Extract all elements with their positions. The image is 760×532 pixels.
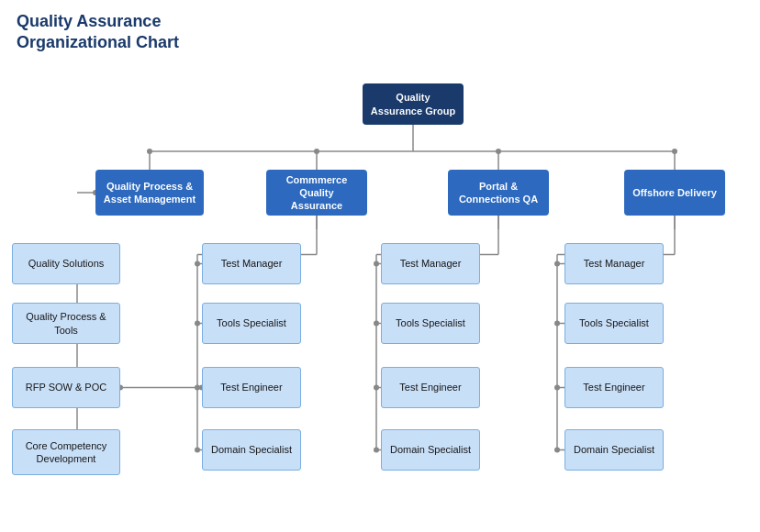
col2-head-node: Commmerce Quality Assurance — [266, 170, 367, 216]
col4-row4-node: Domain Specialist — [564, 429, 664, 471]
root-node: Quality Assurance Group — [363, 83, 464, 125]
svg-point-24 — [195, 261, 200, 267]
col1-row4-node: Core Competency Development — [12, 429, 120, 475]
svg-point-39 — [374, 321, 379, 327]
col2-row4-node: Domain Specialist — [202, 429, 301, 471]
svg-point-28 — [195, 385, 200, 391]
col4-head-node: Offshore Delivery — [624, 170, 725, 216]
svg-point-7 — [496, 149, 501, 154]
svg-point-52 — [554, 321, 560, 327]
col1-row2-node: Quality Process & Tools — [12, 303, 120, 344]
svg-point-43 — [374, 448, 379, 453]
svg-point-3 — [147, 149, 152, 154]
svg-point-9 — [672, 149, 677, 154]
col1-head-node: Quality Process & Asset Management — [95, 170, 204, 216]
col3-head-node: Portal & Connections QA — [448, 170, 549, 216]
col4-row1-node: Test Manager — [564, 243, 664, 284]
col1-row1-node: Quality Solutions — [12, 243, 120, 284]
col3-row3-node: Test Engineer — [381, 367, 480, 408]
svg-point-26 — [195, 321, 200, 327]
col2-row1-node: Test Manager — [202, 243, 301, 284]
col4-row3-node: Test Engineer — [564, 367, 664, 408]
col3-row4-node: Domain Specialist — [381, 429, 480, 471]
svg-point-41 — [374, 385, 379, 391]
col2-row2-node: Tools Specialist — [202, 303, 301, 344]
col3-row2-node: Tools Specialist — [381, 303, 480, 344]
col3-row1-node: Test Manager — [381, 243, 480, 284]
col2-row3-node: Test Engineer — [202, 367, 301, 408]
page-title: Quality Assurance Organizational Chart — [17, 11, 179, 54]
svg-point-54 — [554, 385, 560, 391]
svg-point-5 — [314, 149, 319, 154]
svg-point-37 — [374, 261, 379, 267]
svg-point-30 — [195, 448, 200, 453]
col4-row2-node: Tools Specialist — [564, 303, 664, 344]
svg-point-50 — [554, 261, 560, 267]
svg-point-56 — [554, 448, 560, 453]
col1-row3-node: RFP SOW & POC — [12, 367, 120, 408]
